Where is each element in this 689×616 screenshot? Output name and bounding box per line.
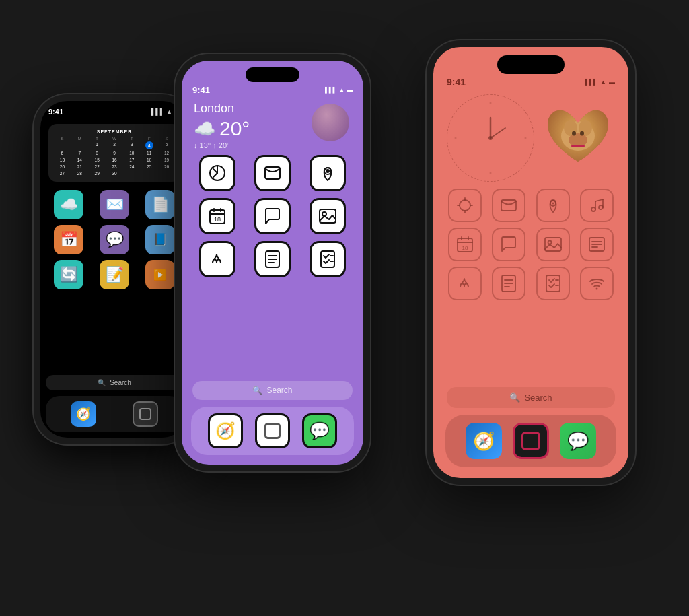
search-bar-right[interactable]: 🔍 Search: [447, 387, 615, 408]
app-music-right[interactable]: [580, 189, 614, 222]
dock-square-mid[interactable]: [255, 413, 290, 448]
app-chat-mid[interactable]: [254, 198, 291, 234]
cal-day: 27: [54, 170, 71, 176]
cal-day: 20: [54, 164, 71, 170]
photo-widget-mid: [310, 102, 351, 143]
calendar-widget: SEPTEMBER S M T W T F S 1 2 3 4: [48, 124, 180, 182]
app-weather-dark[interactable]: ☁️: [54, 190, 83, 219]
cal-day: 6: [54, 150, 71, 156]
search-icon-left: 🔍: [98, 379, 106, 386]
app-messages-dark[interactable]: 💬: [100, 225, 129, 254]
cal-day: 17: [123, 157, 140, 163]
cal-day: 19: [158, 157, 175, 163]
cal-day: 2: [106, 141, 123, 149]
svg-point-31: [572, 131, 576, 136]
cal-day: 30: [106, 170, 123, 176]
cal-day: 8: [89, 150, 106, 156]
status-bar-left: 9:41 ▌▌▌ ▲ ▬: [40, 101, 188, 118]
clock-face-svg: [450, 98, 531, 178]
app-book-dark[interactable]: 📘: [145, 225, 175, 254]
search-bar-mid[interactable]: 🔍 Search: [192, 381, 353, 400]
phone-content-left: SEPTEMBER S M T W T F S 1 2 3 4: [40, 118, 188, 438]
app-photos-mid[interactable]: [310, 198, 346, 234]
app-shazam-mid[interactable]: [199, 241, 235, 277]
cal-day: 24: [123, 164, 140, 170]
dock-mid: 🧭 💬: [191, 407, 354, 455]
photo-content-mid: [312, 104, 349, 141]
wifi-mid: ▲: [339, 87, 344, 93]
signal-right: ▌▌▌: [585, 79, 597, 85]
search-bar-left[interactable]: 🔍 Search: [46, 375, 183, 390]
cal-header-f: F: [141, 137, 157, 141]
app-weather-right[interactable]: [448, 189, 482, 222]
app-sticky-dark[interactable]: 📝: [100, 260, 129, 289]
app-row-1-right: [443, 189, 619, 222]
app-row-2-mid: 18: [190, 198, 355, 234]
dock-square-left[interactable]: [133, 401, 158, 427]
search-label-left: Search: [110, 379, 131, 386]
dark-phone-body: SEPTEMBER S M T W T F S 1 2 3 4: [40, 118, 188, 298]
app-row-2-right: 18: [443, 228, 619, 261]
app-extra-dark[interactable]: ▶️: [145, 260, 175, 289]
app-maps-mid[interactable]: [310, 155, 346, 191]
cal-month: SEPTEMBER: [54, 129, 175, 134]
weather-high: 20°: [219, 141, 230, 149]
search-icon-right: 🔍: [509, 392, 520, 403]
app-row-1-mid: [190, 155, 355, 191]
phone-content-mid: London ☁️ 20° ↓ 13° ↑ 20°: [182, 95, 363, 465]
dock-left: 🧭: [46, 396, 183, 432]
battery-right: ▬: [609, 79, 615, 85]
dock-square-right[interactable]: [513, 423, 549, 459]
app-row-3-right: [443, 267, 619, 300]
app-mouse-mid[interactable]: [199, 155, 235, 191]
app-sync-dark[interactable]: 🔄: [54, 260, 83, 289]
dock-messages-mid[interactable]: 💬: [302, 413, 337, 448]
app-calendar-mid[interactable]: 18: [199, 198, 235, 234]
app-wifi-right[interactable]: [580, 267, 614, 300]
cal-day: 26: [158, 164, 175, 170]
app-notes-right[interactable]: [492, 267, 525, 300]
cal-today: 4: [145, 141, 153, 149]
dock-safari-right[interactable]: 🧭: [466, 423, 502, 459]
cal-day: 23: [106, 164, 123, 170]
dock-safari-mid[interactable]: 🧭: [208, 413, 243, 448]
cal-day: [54, 141, 71, 149]
app-todo-mid[interactable]: [310, 241, 346, 277]
cal-day: 29: [89, 170, 106, 176]
phone-right: 9:41 ▌▌▌ ▲ ▬: [427, 40, 635, 485]
svg-rect-33: [571, 145, 585, 147]
cal-day: [71, 141, 88, 149]
app-shazam-right[interactable]: [448, 267, 482, 300]
svg-point-25: [488, 136, 493, 140]
app-maps-right[interactable]: [536, 189, 570, 222]
dock-right: 🧭 💬: [445, 415, 616, 467]
cal-day: 22: [89, 164, 106, 170]
svg-rect-16: [321, 251, 334, 267]
time-left: 9:41: [48, 108, 63, 116]
app-files-right[interactable]: [580, 228, 614, 261]
cal-day: 12: [158, 150, 175, 156]
app-calendar-dark[interactable]: 📅: [54, 225, 83, 254]
weather-low: 13°: [200, 141, 211, 149]
cal-day: 25: [141, 164, 157, 170]
app-mail-right[interactable]: [492, 189, 525, 222]
app-notes-dark[interactable]: 📄: [145, 190, 175, 219]
dock-messages-right[interactable]: 💬: [560, 423, 596, 459]
app-notes-mid[interactable]: [254, 241, 291, 277]
widgets-row-right: [433, 88, 628, 186]
cal-day: 16: [106, 157, 123, 163]
app-row-3-mid: [190, 241, 355, 277]
app-mail-dark[interactable]: ✉️: [100, 190, 129, 219]
phone-mid: 9:41 ▌▌▌ ▲ ▬ London ☁️ 20° ↓ 13° ↑ 20°: [175, 54, 370, 471]
app-calendar-right[interactable]: 18: [448, 228, 482, 261]
spacer-right: [433, 300, 628, 387]
dock-safari-left[interactable]: 🧭: [71, 401, 96, 427]
app-photos-right[interactable]: [536, 228, 570, 261]
inner-square-left: [139, 408, 151, 420]
svg-point-32: [580, 131, 584, 136]
app-chat-right[interactable]: [492, 228, 525, 261]
app-todo-right[interactable]: [536, 267, 570, 300]
clock-widget-right: [447, 94, 534, 182]
svg-point-21: [455, 137, 457, 139]
app-mail-mid[interactable]: [254, 155, 291, 191]
